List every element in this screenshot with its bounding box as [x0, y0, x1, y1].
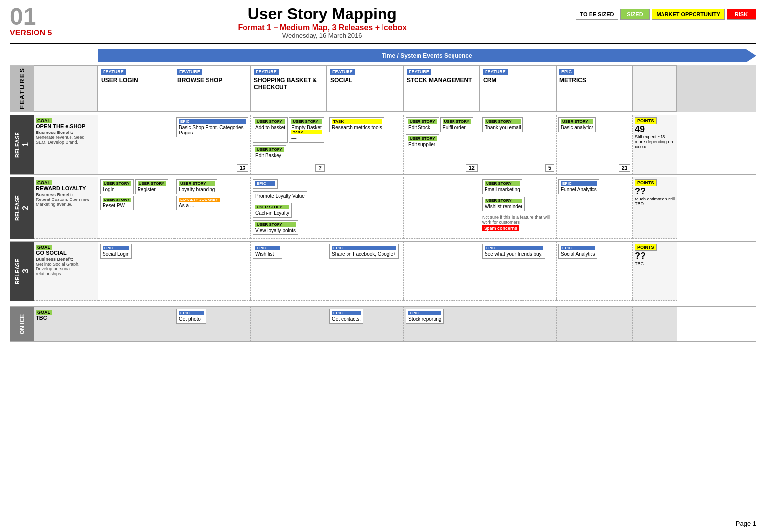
title-block: User Story Mapping Format 1 – Medium Map…: [69, 5, 576, 39]
metrics-points: 21: [619, 164, 630, 172]
release-3-user-login: EPIC Social Login: [98, 242, 174, 301]
user-story-tag: USER STORY: [138, 181, 166, 186]
epic-funnel-analytics: EPIC Funnel Analytics: [558, 179, 599, 194]
release-1-metrics: USER STORY Basic analytics 21: [557, 115, 633, 174]
on-ice-social: EPIC Get contacts.: [327, 307, 404, 341]
legend-to-be-sized: TO BE SIZED: [576, 9, 619, 20]
release-3-points-note: TBC: [635, 261, 675, 266]
feature-crm: FEATURE CRM: [480, 65, 556, 112]
release-2-section: RELEASE 2 GOAL REWARD LOYALTY Business B…: [10, 177, 756, 239]
release-2-goal-benefit: Repeat Custom. Open new Marketing avenue…: [36, 197, 96, 207]
time-sequence-bar: Time / System Events Sequence: [98, 49, 756, 62]
release-2-goal-benefit-label: Business Benefit:: [36, 192, 96, 197]
user-story-tag: USER STORY: [443, 119, 471, 124]
epic-tag: EPIC: [103, 246, 129, 250]
release-3-browse-shop: [174, 242, 251, 301]
release-3-points-num: ??: [635, 251, 675, 261]
us-text: Cach-in Loyalty: [255, 210, 289, 216]
release-3-points: POINTS ?? TBC: [633, 242, 677, 301]
release-2-browse-shop: USER STORY Loyalty branding LOYALTY JOUR…: [174, 177, 251, 239]
release-2-stock: [404, 177, 480, 239]
us-text: Login: [103, 187, 114, 192]
feature-shopping-basket: FEATURE SHOPPING BASKET & CHECKOUT: [250, 65, 327, 112]
task-tag: TASK: [332, 119, 382, 124]
user-story-tag: USER STORY: [255, 119, 285, 124]
release-2-metrics: EPIC Funnel Analytics: [557, 177, 633, 239]
us-text: Reset PW: [103, 203, 125, 208]
feature-tag: FEATURE: [177, 69, 202, 75]
version-label: VERSION 5: [10, 29, 69, 37]
release-3-content: GOAL GO SOCIAL Business Benefit: Get int…: [34, 242, 756, 301]
feature-user-login: FEATURE USER LOGIN: [98, 65, 174, 112]
release-1-points: POINTS 49 Still expect ~13 more dependin…: [633, 115, 677, 174]
feature-metrics: EPIC METRICS: [556, 65, 632, 112]
release-2-content: GOAL REWARD LOYALTY Business Benefit: Re…: [34, 177, 756, 239]
epic-tag: EPIC: [485, 246, 543, 250]
release-2-number: 2: [21, 206, 30, 210]
release-1-goal: GOAL OPEN THE e-SHOP Business Benefit: G…: [34, 115, 98, 174]
feature-name-metrics: METRICS: [559, 77, 629, 84]
time-sequence-row: Time / System Events Sequence: [10, 49, 756, 62]
legend-risk: RISK: [727, 9, 756, 20]
features-row: FEATURES FEATURE USER LOGIN FEATURE BROW…: [10, 65, 756, 112]
on-ice-metrics: [557, 307, 633, 341]
legend-market-opportunity: MARKET OPPORTUNITY: [652, 9, 725, 20]
on-ice-points: [633, 307, 677, 341]
release-1-points-num: 49: [635, 124, 675, 134]
release-label-text: RELEASE: [14, 132, 20, 158]
epic-get-photo: EPIC Get photo: [176, 309, 206, 324]
epic-tag: EPIC: [332, 246, 396, 250]
feature-tag: FEATURE: [483, 69, 508, 75]
us-text: Thank you email: [485, 125, 521, 130]
us-thank-you: USER STORY Thank you email: [482, 117, 523, 132]
release-2-points: POINTS ?? Much estimation still TBD: [633, 177, 677, 239]
on-ice-crm: [480, 307, 557, 341]
version-block: 01 VERSION 5: [10, 5, 69, 37]
on-ice-content: GOAL TBC EPIC Get photo EPIC Get contact…: [34, 307, 756, 341]
points-tag: POINTS: [635, 244, 657, 251]
release-1-stock: USER STORY Edit Stock USER STORY Fulfil …: [404, 115, 480, 174]
release-2-goal-title: REWARD LOYALTY: [36, 185, 96, 191]
epic-get-contacts: EPIC Get contacts.: [329, 309, 363, 324]
us-text: Edit supplier: [408, 142, 435, 147]
us-text: Email marketing: [485, 187, 520, 192]
points-tag: POINTS: [635, 179, 657, 186]
user-story-tag: USER STORY: [408, 136, 437, 141]
epic-text: Funnel Analytics: [561, 187, 597, 192]
epic-tag: EPIC: [408, 311, 441, 315]
us-text: Empty Basket: [291, 125, 322, 130]
release-3-goal-title: GO SOCIAL: [36, 250, 96, 256]
user-story-tag: USER STORY: [103, 181, 131, 186]
us-view-loyalty: USER STORY View loyalty points: [253, 220, 298, 235]
task-text: —: [291, 135, 296, 141]
release-3-goal: GOAL GO SOCIAL Business Benefit: Get int…: [34, 242, 98, 301]
on-ice-goal-title: TBC: [36, 315, 96, 321]
epic-card-basic-shop: EPIC Basic Shop Front. Categories, Pages: [176, 117, 248, 137]
release-3-section: RELEASE 3 GOAL GO SOCIAL Business Benefi…: [10, 241, 756, 301]
feature-tag: FEATURE: [254, 69, 279, 75]
date: Wednesday, 16 March 2016: [69, 32, 576, 39]
release-2-crm: USER STORY Email marketing USER STORY Wi…: [480, 177, 557, 239]
user-story-tag: USER STORY: [485, 181, 520, 186]
release-3-metrics: EPIC Social Analytics: [557, 242, 633, 301]
page-number: Page 1: [736, 520, 756, 527]
release-1-shopping: USER STORY Add to basket USER STORY Empt…: [251, 115, 327, 174]
us-text: Add to basket: [255, 125, 285, 130]
release-2-points-note: Much estimation still TBD: [635, 197, 675, 206]
us-text: Fulfil order: [443, 125, 466, 130]
us-cash-in-loyalty: USER STORY Cach-in Loyalty: [253, 203, 292, 218]
epic-text: Social Analytics: [561, 251, 595, 257]
us-fulfil-order: USER STORY Fulfil order: [440, 117, 474, 132]
epic-text: Stock reporting: [408, 316, 441, 322]
task-research-metrics: TASK Research metrics tools: [329, 117, 384, 132]
on-ice-stock: EPIC Stock reporting: [404, 307, 480, 341]
release-3-social: EPIC Share on Facebook, Google+: [327, 242, 404, 301]
epic-stock-reporting: EPIC Stock reporting: [406, 309, 444, 324]
release-3-label: RELEASE 3: [10, 242, 34, 301]
epic-text: Wish list: [255, 251, 274, 257]
user-story-tag: USER STORY: [255, 205, 289, 209]
on-ice-goal: GOAL TBC: [34, 307, 98, 341]
on-ice-label: ON ICE: [10, 307, 34, 341]
feature-stock-management: FEATURE STOCK MANAGEMENT: [403, 65, 480, 112]
release-3-goal-benefit-label: Business Benefit:: [36, 257, 96, 262]
